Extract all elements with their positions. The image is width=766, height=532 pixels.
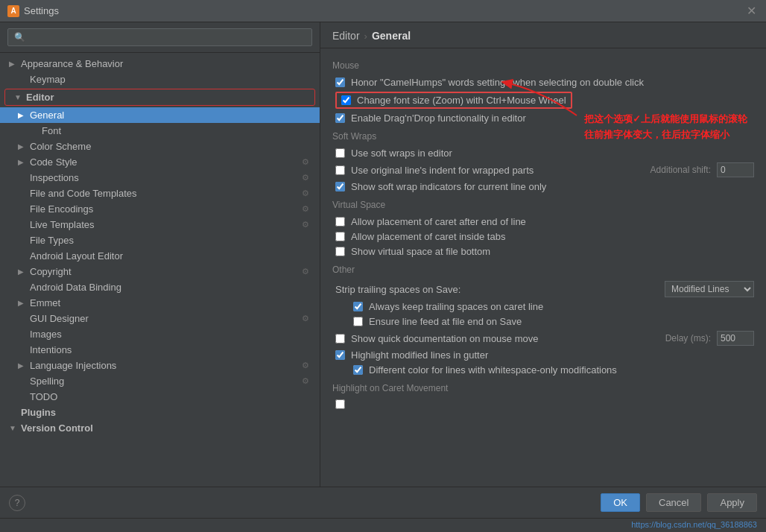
sidebar-item-file-types[interactable]: File Types — [0, 232, 320, 248]
arrow-icon: ▶ — [9, 60, 18, 68]
sidebar-item-label: Android Layout Editor — [30, 250, 123, 262]
use-soft-wraps-row: Use soft wraps in editor — [332, 148, 754, 159]
use-original-indent-checkbox[interactable] — [335, 165, 345, 175]
virtual-at-bottom-row: Show virtual space at file bottom — [332, 246, 754, 257]
sidebar-item-label: Plugins — [21, 407, 56, 418]
delay-input[interactable] — [717, 331, 754, 346]
use-original-indent-row: Use original line's indent for wrapped p… — [332, 162, 754, 177]
arrow-icon: ▶ — [18, 142, 27, 151]
arrow-icon: ▶ — [18, 361, 27, 370]
sidebar-item-general[interactable]: ▶ General — [0, 107, 320, 123]
other-section-label: Other — [332, 265, 754, 275]
sidebar-item-appearance[interactable]: ▶ Appearance & Behavior — [0, 56, 320, 72]
sidebar-item-images[interactable]: Images — [0, 326, 320, 342]
different-color-checkbox[interactable] — [353, 365, 363, 375]
sidebar-item-intentions[interactable]: Intentions — [0, 342, 320, 358]
soft-wraps-label: Soft Wraps — [332, 131, 754, 142]
close-button[interactable]: ✕ — [744, 4, 759, 19]
sidebar-item-color-scheme[interactable]: ▶ Color Scheme — [0, 139, 320, 154]
sidebar-item-todo[interactable]: TODO — [0, 389, 320, 405]
sidebar-item-emmet[interactable]: ▶ Emmet — [0, 295, 320, 311]
sidebar-item-label: Live Templates — [30, 219, 94, 230]
additional-shift-label: Additional shift: — [651, 165, 711, 175]
sidebar-item-language-injections[interactable]: ▶ Language Injections ⚙ — [0, 358, 320, 373]
settings-icon: ⚙ — [300, 314, 311, 324]
ok-button[interactable]: OK — [601, 493, 640, 512]
highlight-modified-row: Highlight modified lines in gutter — [332, 349, 754, 361]
additional-shift-input[interactable] — [717, 162, 754, 177]
sidebar-item-spelling[interactable]: Spelling ⚙ — [0, 373, 320, 389]
sidebar-item-label: Language Injections — [30, 360, 116, 371]
sidebar-item-font[interactable]: Font — [0, 123, 320, 139]
highlight-modified-checkbox[interactable] — [335, 350, 345, 360]
highlight-caret-checkbox[interactable] — [335, 399, 345, 409]
keep-trailing-checkbox[interactable] — [353, 302, 363, 311]
arrow-icon: ▶ — [18, 267, 27, 276]
sidebar-item-label: File Types — [30, 235, 74, 246]
search-input[interactable] — [7, 28, 312, 46]
caret-inside-tabs-label: Allow placement of caret inside tabs — [351, 231, 505, 242]
change-font-size-checkbox[interactable] — [341, 95, 351, 105]
arrow-icon: ▶ — [18, 299, 27, 307]
sidebar-item-android-data-binding[interactable]: Android Data Binding — [0, 279, 320, 295]
sidebar-item-label: Intentions — [30, 344, 72, 355]
sidebar-item-label: Images — [30, 329, 62, 340]
help-button[interactable]: ? — [9, 495, 25, 511]
window-title: Settings — [24, 5, 59, 16]
virtual-space-label: Virtual Space — [332, 200, 754, 210]
apply-button[interactable]: Apply — [707, 493, 757, 512]
sidebar-item-editor[interactable]: ▼ Editor — [5, 89, 314, 105]
caret-inside-tabs-checkbox[interactable] — [335, 232, 345, 241]
url-bar: https://blog.csdn.net/qq_36188863 — [0, 518, 766, 532]
quick-documentation-label: Show quick documentation on mouse move — [351, 333, 538, 344]
show-indicators-label: Show soft wrap indicators for current li… — [351, 181, 546, 192]
sidebar-item-inspections[interactable]: Inspections ⚙ — [0, 170, 320, 186]
sidebar-item-keymap[interactable]: Keymap — [0, 72, 320, 87]
highlight-caret-checkbox-row — [332, 399, 754, 409]
sidebar-item-file-code-templates[interactable]: File and Code Templates ⚙ — [0, 186, 320, 201]
ensure-line-feed-label: Ensure line feed at file end on Save — [369, 316, 522, 327]
breadcrumb-current: General — [372, 30, 411, 42]
cancel-button[interactable]: Cancel — [646, 493, 701, 512]
main-content: ▶ Appearance & Behavior Keymap ▼ Editor … — [0, 22, 766, 487]
sidebar-item-code-style[interactable]: ▶ Code Style ⚙ — [0, 154, 320, 170]
arrow-icon: ▶ — [18, 158, 27, 166]
sidebar-item-android-layout-editor[interactable]: Android Layout Editor — [0, 248, 320, 264]
sidebar-item-live-templates[interactable]: Live Templates ⚙ — [0, 217, 320, 232]
different-color-row: Different color for lines with whitespac… — [332, 364, 754, 376]
sidebar-item-label: File and Code Templates — [30, 188, 137, 199]
quick-documentation-checkbox[interactable] — [335, 334, 345, 343]
settings-icon: ⚙ — [300, 361, 311, 371]
caret-after-end-checkbox[interactable] — [335, 217, 345, 227]
dragndrop-checkbox[interactable] — [335, 113, 345, 123]
sidebar-item-label: Version Control — [21, 422, 93, 434]
use-soft-wraps-label: Use soft wraps in editor — [351, 148, 452, 159]
sidebar-item-version-control[interactable]: ▼ Version Control — [0, 420, 320, 436]
keep-trailing-row: Always keep trailing spaces on caret lin… — [332, 301, 754, 312]
sidebar-item-plugins[interactable]: Plugins — [0, 405, 320, 420]
sidebar-item-label: GUI Designer — [30, 313, 89, 324]
sidebar-item-label: Color Scheme — [30, 141, 91, 152]
panel-body: Mouse Honor "CamelHumps" words settings … — [320, 48, 766, 487]
show-indicators-checkbox[interactable] — [335, 182, 345, 191]
show-indicators-row: Show soft wrap indicators for current li… — [332, 181, 754, 192]
settings-window: A Settings ✕ ▶ Appearance & Behavior Key… — [0, 0, 766, 532]
titlebar-left: A Settings — [7, 5, 59, 17]
settings-icon: ⚙ — [300, 376, 311, 387]
sidebar-item-label: Android Data Binding — [30, 282, 121, 293]
use-soft-wraps-checkbox[interactable] — [335, 148, 345, 158]
settings-icon: ⚙ — [300, 267, 311, 277]
ensure-line-feed-checkbox[interactable] — [353, 317, 363, 326]
keep-trailing-label: Always keep trailing spaces on caret lin… — [369, 301, 543, 312]
strip-trailing-dropdown[interactable]: Modified Lines All None — [665, 281, 754, 297]
camel-humps-checkbox[interactable] — [335, 77, 345, 87]
mouse-section-label: Mouse — [332, 60, 754, 71]
virtual-at-bottom-checkbox[interactable] — [335, 247, 345, 256]
sidebar-item-label: Copyright — [30, 266, 72, 277]
arrow-icon: ▼ — [9, 424, 18, 432]
search-box — [0, 22, 320, 53]
sidebar-item-copyright[interactable]: ▶ Copyright ⚙ — [0, 264, 320, 279]
sidebar-item-gui-designer[interactable]: GUI Designer ⚙ — [0, 311, 320, 326]
sidebar-item-file-encodings[interactable]: File Encodings ⚙ — [0, 201, 320, 217]
bottom-area: ? OK Cancel Apply https://blog.csdn.net/… — [0, 487, 766, 532]
